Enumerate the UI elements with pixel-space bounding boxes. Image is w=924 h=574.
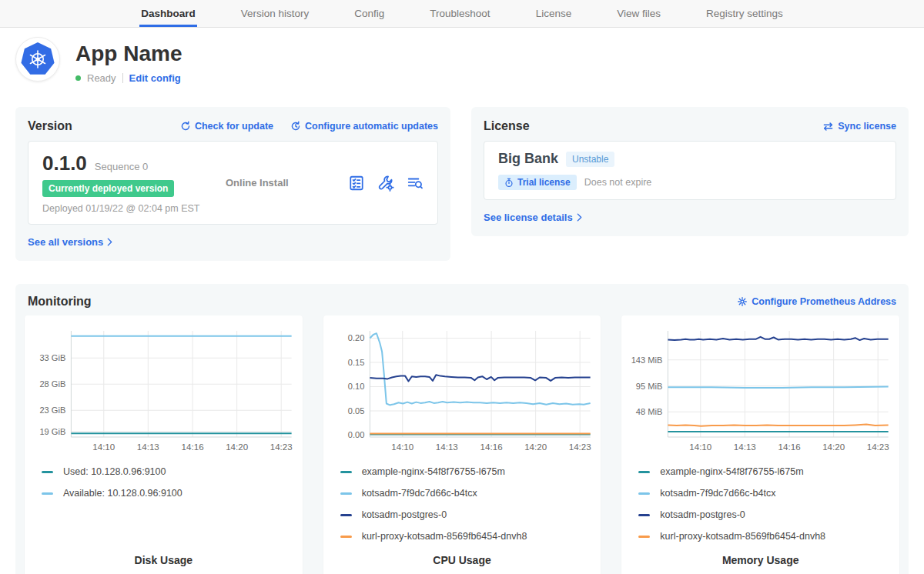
tab-troubleshoot[interactable]: Troubleshoot — [428, 2, 491, 27]
svg-text:14:20: 14:20 — [524, 442, 547, 452]
license-assignee: Big Bank — [498, 151, 558, 167]
divider — [122, 73, 123, 83]
legend-label: kotsadm-postgres-0 — [660, 509, 745, 520]
tab-view-files[interactable]: View files — [615, 2, 662, 27]
cpu-usage-chart-card: 0.000.050.100.150.2014:1014:1314:1614:20… — [323, 315, 601, 574]
license-title: License — [484, 119, 530, 133]
legend-item: kotsadm-postgres-0 — [340, 509, 594, 520]
chart-title: CPU Usage — [331, 554, 594, 566]
license-type-badge: Trial license — [498, 175, 577, 190]
legend-label: kotsadm-postgres-0 — [362, 509, 447, 520]
chevron-right-icon — [577, 213, 582, 222]
svg-text:0.00: 0.00 — [347, 431, 364, 440]
legend-label: kotsadm-7f9dc7d66c-b4tcx — [362, 488, 477, 499]
clock-refresh-icon — [290, 121, 301, 132]
legend-swatch — [638, 471, 650, 473]
legend-swatch — [638, 514, 650, 516]
chart-title: Disk Usage — [32, 554, 295, 566]
check-for-update-button[interactable]: Check for update — [180, 121, 273, 132]
legend-item: kurl-proxy-kotsadm-8569fb6454-dnvh8 — [340, 531, 594, 542]
legend-item: example-nginx-54f8f76755-l675m — [638, 466, 892, 477]
memory-usage-chart: 48 MiB95 MiB143 MiB14:1014:1314:1614:201… — [629, 325, 892, 457]
svg-text:143 MiB: 143 MiB — [631, 355, 663, 365]
legend-item: kotsadm-7f9dc7d66c-b4tcx — [638, 488, 892, 499]
tab-license[interactable]: License — [534, 2, 574, 27]
see-license-details-link[interactable]: See license details — [484, 212, 582, 223]
tab-dashboard[interactable]: Dashboard — [139, 2, 197, 27]
monitoring-panel: Monitoring Configure Prometheus Address … — [15, 284, 909, 574]
legend-label: kurl-proxy-kotsadm-8569fb6454-dnvh8 — [660, 531, 825, 542]
legend-swatch — [42, 492, 53, 495]
sync-license-button[interactable]: Sync license — [822, 121, 896, 132]
svg-text:14:20: 14:20 — [226, 442, 248, 452]
svg-text:95 MiB: 95 MiB — [636, 382, 662, 391]
version-panel: Version Check for update — [15, 107, 450, 261]
view-deploy-logs-button[interactable] — [407, 175, 424, 192]
top-nav: Dashboard Version history Config Trouble… — [0, 0, 924, 28]
legend-item: Available: 10.128.0.96:9100 — [42, 488, 295, 499]
legend-swatch — [42, 471, 53, 473]
checklist-icon — [348, 175, 365, 192]
version-title: Version — [28, 119, 72, 133]
svg-text:14:16: 14:16 — [778, 442, 801, 452]
legend-swatch — [340, 492, 352, 495]
wrench-gear-icon — [377, 175, 394, 192]
legend-label: example-nginx-54f8f76755-l675m — [362, 466, 505, 477]
monitoring-title: Monitoring — [28, 295, 92, 309]
version-number: 0.1.0 — [42, 152, 87, 175]
sequence-label: Sequence 0 — [95, 161, 148, 172]
kubernetes-icon — [21, 42, 55, 76]
tab-registry-settings[interactable]: Registry settings — [705, 2, 785, 27]
svg-text:14:20: 14:20 — [823, 442, 845, 452]
svg-text:28 GiB: 28 GiB — [39, 379, 65, 389]
app-header: App Name Ready Edit config — [15, 37, 909, 84]
svg-text:0.15: 0.15 — [347, 358, 364, 367]
tab-config[interactable]: Config — [353, 2, 386, 27]
svg-text:14:23: 14:23 — [568, 442, 591, 452]
edit-config-version-button[interactable] — [377, 175, 394, 192]
memory-usage-chart-card: 48 MiB95 MiB143 MiB14:1014:1314:1614:201… — [621, 315, 899, 574]
svg-text:14:23: 14:23 — [270, 442, 293, 452]
svg-text:33 GiB: 33 GiB — [39, 353, 65, 362]
svg-text:14:10: 14:10 — [92, 442, 115, 452]
install-type-label: Online Install — [226, 177, 348, 189]
see-all-versions-link[interactable]: See all versions — [28, 236, 112, 248]
disk-usage-chart: 19 GiB23 GiB28 GiB33 GiB14:1014:1314:161… — [32, 325, 295, 457]
disk-usage-legend: Used: 10.128.0.96:9100Available: 10.128.… — [42, 466, 295, 509]
stopwatch-icon — [504, 178, 514, 188]
configure-automatic-updates-button[interactable]: Configure automatic updates — [290, 121, 438, 132]
svg-text:14:13: 14:13 — [435, 442, 457, 452]
svg-text:48 MiB: 48 MiB — [636, 407, 662, 416]
svg-text:0.20: 0.20 — [347, 333, 364, 342]
svg-text:14:13: 14:13 — [734, 442, 756, 452]
legend-swatch — [340, 514, 352, 516]
svg-text:14:16: 14:16 — [182, 442, 204, 452]
chart-title: Memory Usage — [629, 554, 892, 566]
svg-text:0.05: 0.05 — [347, 406, 364, 415]
svg-text:14:13: 14:13 — [137, 442, 159, 452]
legend-label: kotsadm-7f9dc7d66c-b4tcx — [660, 488, 775, 499]
svg-text:14:23: 14:23 — [867, 442, 889, 452]
gear-icon — [737, 296, 748, 307]
cpu-usage-legend: example-nginx-54f8f76755-l675mkotsadm-7f… — [340, 466, 594, 552]
channel-badge: Unstable — [566, 152, 614, 167]
svg-text:14:10: 14:10 — [690, 442, 712, 452]
edit-config-link[interactable]: Edit config — [129, 72, 181, 84]
deployed-timestamp: Deployed 01/19/22 @ 02:04 pm EST — [42, 203, 226, 214]
deployed-badge: Currently deployed version — [42, 180, 174, 197]
logs-search-icon — [407, 175, 424, 192]
legend-swatch — [340, 471, 352, 473]
configure-prometheus-button[interactable]: Configure Prometheus Address — [737, 296, 896, 307]
chevron-right-icon — [107, 238, 112, 246]
preflight-checks-button[interactable] — [348, 175, 365, 192]
legend-item: kurl-proxy-kotsadm-8569fb6454-dnvh8 — [638, 531, 892, 542]
cpu-usage-chart: 0.000.050.100.150.2014:1014:1314:1614:20… — [331, 325, 594, 457]
legend-label: kurl-proxy-kotsadm-8569fb6454-dnvh8 — [362, 531, 527, 542]
legend-label: Available: 10.128.0.96:9100 — [63, 488, 182, 499]
legend-item: kotsadm-7f9dc7d66c-b4tcx — [340, 488, 594, 499]
legend-item: example-nginx-54f8f76755-l675m — [340, 466, 594, 477]
refresh-icon — [180, 121, 191, 132]
app-avatar — [15, 37, 60, 82]
tab-version-history[interactable]: Version history — [239, 2, 311, 27]
svg-text:14:16: 14:16 — [480, 442, 502, 452]
